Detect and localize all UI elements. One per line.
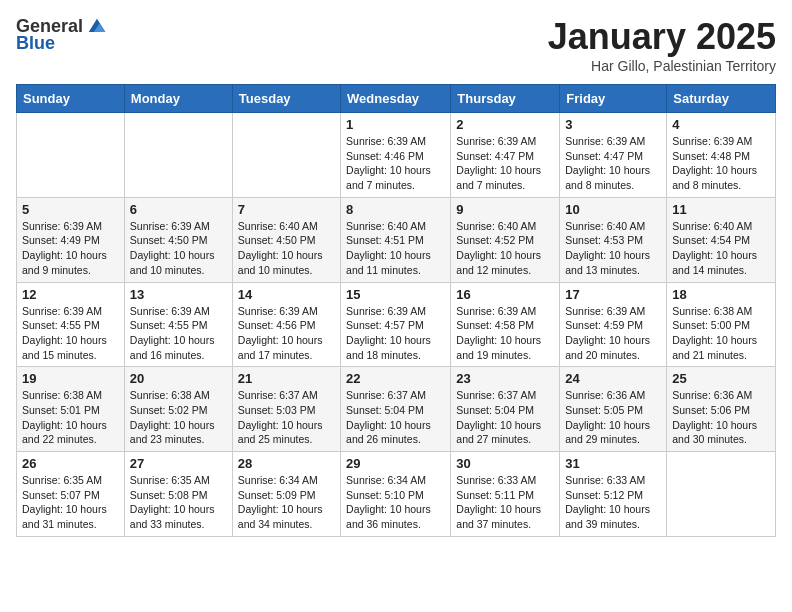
- day-number: 11: [672, 202, 770, 217]
- table-row: 22Sunrise: 6:37 AM Sunset: 5:04 PM Dayli…: [341, 367, 451, 452]
- table-row: [17, 113, 125, 198]
- day-number: 10: [565, 202, 661, 217]
- table-row: 27Sunrise: 6:35 AM Sunset: 5:08 PM Dayli…: [124, 452, 232, 537]
- table-row: 7Sunrise: 6:40 AM Sunset: 4:50 PM Daylig…: [232, 197, 340, 282]
- calendar-header-row: Sunday Monday Tuesday Wednesday Thursday…: [17, 85, 776, 113]
- table-row: [232, 113, 340, 198]
- day-info: Sunrise: 6:39 AM Sunset: 4:59 PM Dayligh…: [565, 304, 661, 363]
- day-number: 21: [238, 371, 335, 386]
- day-number: 16: [456, 287, 554, 302]
- day-number: 15: [346, 287, 445, 302]
- day-info: Sunrise: 6:40 AM Sunset: 4:53 PM Dayligh…: [565, 219, 661, 278]
- table-row: 12Sunrise: 6:39 AM Sunset: 4:55 PM Dayli…: [17, 282, 125, 367]
- table-row: 16Sunrise: 6:39 AM Sunset: 4:58 PM Dayli…: [451, 282, 560, 367]
- day-number: 7: [238, 202, 335, 217]
- day-info: Sunrise: 6:39 AM Sunset: 4:47 PM Dayligh…: [456, 134, 554, 193]
- day-info: Sunrise: 6:39 AM Sunset: 4:58 PM Dayligh…: [456, 304, 554, 363]
- day-number: 29: [346, 456, 445, 471]
- day-info: Sunrise: 6:39 AM Sunset: 4:55 PM Dayligh…: [130, 304, 227, 363]
- table-row: 2Sunrise: 6:39 AM Sunset: 4:47 PM Daylig…: [451, 113, 560, 198]
- day-number: 14: [238, 287, 335, 302]
- day-number: 20: [130, 371, 227, 386]
- day-info: Sunrise: 6:38 AM Sunset: 5:00 PM Dayligh…: [672, 304, 770, 363]
- day-number: 28: [238, 456, 335, 471]
- day-number: 8: [346, 202, 445, 217]
- day-info: Sunrise: 6:38 AM Sunset: 5:02 PM Dayligh…: [130, 388, 227, 447]
- day-info: Sunrise: 6:39 AM Sunset: 4:57 PM Dayligh…: [346, 304, 445, 363]
- table-row: 5Sunrise: 6:39 AM Sunset: 4:49 PM Daylig…: [17, 197, 125, 282]
- day-number: 9: [456, 202, 554, 217]
- day-number: 27: [130, 456, 227, 471]
- day-info: Sunrise: 6:39 AM Sunset: 4:46 PM Dayligh…: [346, 134, 445, 193]
- table-row: 24Sunrise: 6:36 AM Sunset: 5:05 PM Dayli…: [560, 367, 667, 452]
- table-row: 10Sunrise: 6:40 AM Sunset: 4:53 PM Dayli…: [560, 197, 667, 282]
- table-row: 3Sunrise: 6:39 AM Sunset: 4:47 PM Daylig…: [560, 113, 667, 198]
- day-info: Sunrise: 6:39 AM Sunset: 4:50 PM Dayligh…: [130, 219, 227, 278]
- table-row: 6Sunrise: 6:39 AM Sunset: 4:50 PM Daylig…: [124, 197, 232, 282]
- col-tuesday: Tuesday: [232, 85, 340, 113]
- day-info: Sunrise: 6:34 AM Sunset: 5:10 PM Dayligh…: [346, 473, 445, 532]
- day-info: Sunrise: 6:34 AM Sunset: 5:09 PM Dayligh…: [238, 473, 335, 532]
- day-number: 6: [130, 202, 227, 217]
- page-header: General Blue January 2025 Har Gillo, Pal…: [16, 16, 776, 74]
- day-info: Sunrise: 6:36 AM Sunset: 5:06 PM Dayligh…: [672, 388, 770, 447]
- day-number: 17: [565, 287, 661, 302]
- day-info: Sunrise: 6:40 AM Sunset: 4:52 PM Dayligh…: [456, 219, 554, 278]
- table-row: 8Sunrise: 6:40 AM Sunset: 4:51 PM Daylig…: [341, 197, 451, 282]
- day-number: 18: [672, 287, 770, 302]
- day-info: Sunrise: 6:39 AM Sunset: 4:56 PM Dayligh…: [238, 304, 335, 363]
- day-number: 3: [565, 117, 661, 132]
- table-row: 1Sunrise: 6:39 AM Sunset: 4:46 PM Daylig…: [341, 113, 451, 198]
- calendar-week-row: 12Sunrise: 6:39 AM Sunset: 4:55 PM Dayli…: [17, 282, 776, 367]
- table-row: 14Sunrise: 6:39 AM Sunset: 4:56 PM Dayli…: [232, 282, 340, 367]
- logo-blue: Blue: [16, 33, 55, 54]
- day-info: Sunrise: 6:39 AM Sunset: 4:49 PM Dayligh…: [22, 219, 119, 278]
- table-row: 21Sunrise: 6:37 AM Sunset: 5:03 PM Dayli…: [232, 367, 340, 452]
- day-info: Sunrise: 6:37 AM Sunset: 5:04 PM Dayligh…: [456, 388, 554, 447]
- table-row: 9Sunrise: 6:40 AM Sunset: 4:52 PM Daylig…: [451, 197, 560, 282]
- day-number: 24: [565, 371, 661, 386]
- day-info: Sunrise: 6:33 AM Sunset: 5:11 PM Dayligh…: [456, 473, 554, 532]
- table-row: 19Sunrise: 6:38 AM Sunset: 5:01 PM Dayli…: [17, 367, 125, 452]
- title-block: January 2025 Har Gillo, Palestinian Terr…: [548, 16, 776, 74]
- day-number: 1: [346, 117, 445, 132]
- table-row: 13Sunrise: 6:39 AM Sunset: 4:55 PM Dayli…: [124, 282, 232, 367]
- calendar-week-row: 5Sunrise: 6:39 AM Sunset: 4:49 PM Daylig…: [17, 197, 776, 282]
- table-row: 28Sunrise: 6:34 AM Sunset: 5:09 PM Dayli…: [232, 452, 340, 537]
- day-info: Sunrise: 6:36 AM Sunset: 5:05 PM Dayligh…: [565, 388, 661, 447]
- col-thursday: Thursday: [451, 85, 560, 113]
- day-info: Sunrise: 6:37 AM Sunset: 5:03 PM Dayligh…: [238, 388, 335, 447]
- day-number: 4: [672, 117, 770, 132]
- table-row: 20Sunrise: 6:38 AM Sunset: 5:02 PM Dayli…: [124, 367, 232, 452]
- day-number: 2: [456, 117, 554, 132]
- page-title: January 2025: [548, 16, 776, 58]
- day-info: Sunrise: 6:33 AM Sunset: 5:12 PM Dayligh…: [565, 473, 661, 532]
- day-number: 13: [130, 287, 227, 302]
- day-info: Sunrise: 6:39 AM Sunset: 4:48 PM Dayligh…: [672, 134, 770, 193]
- day-info: Sunrise: 6:38 AM Sunset: 5:01 PM Dayligh…: [22, 388, 119, 447]
- table-row: 18Sunrise: 6:38 AM Sunset: 5:00 PM Dayli…: [667, 282, 776, 367]
- day-info: Sunrise: 6:40 AM Sunset: 4:50 PM Dayligh…: [238, 219, 335, 278]
- day-number: 26: [22, 456, 119, 471]
- col-wednesday: Wednesday: [341, 85, 451, 113]
- logo-icon: [87, 17, 107, 37]
- day-number: 23: [456, 371, 554, 386]
- logo: General Blue: [16, 16, 107, 54]
- day-number: 30: [456, 456, 554, 471]
- day-number: 25: [672, 371, 770, 386]
- calendar-week-row: 26Sunrise: 6:35 AM Sunset: 5:07 PM Dayli…: [17, 452, 776, 537]
- table-row: [124, 113, 232, 198]
- day-info: Sunrise: 6:39 AM Sunset: 4:55 PM Dayligh…: [22, 304, 119, 363]
- col-friday: Friday: [560, 85, 667, 113]
- day-number: 22: [346, 371, 445, 386]
- table-row: 4Sunrise: 6:39 AM Sunset: 4:48 PM Daylig…: [667, 113, 776, 198]
- day-info: Sunrise: 6:37 AM Sunset: 5:04 PM Dayligh…: [346, 388, 445, 447]
- day-number: 5: [22, 202, 119, 217]
- table-row: 29Sunrise: 6:34 AM Sunset: 5:10 PM Dayli…: [341, 452, 451, 537]
- col-saturday: Saturday: [667, 85, 776, 113]
- table-row: [667, 452, 776, 537]
- day-info: Sunrise: 6:40 AM Sunset: 4:51 PM Dayligh…: [346, 219, 445, 278]
- table-row: 26Sunrise: 6:35 AM Sunset: 5:07 PM Dayli…: [17, 452, 125, 537]
- day-info: Sunrise: 6:40 AM Sunset: 4:54 PM Dayligh…: [672, 219, 770, 278]
- calendar-week-row: 19Sunrise: 6:38 AM Sunset: 5:01 PM Dayli…: [17, 367, 776, 452]
